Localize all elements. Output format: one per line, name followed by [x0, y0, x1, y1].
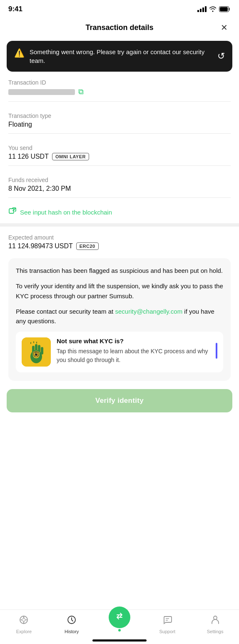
transaction-id-redacted [8, 89, 75, 95]
support-label: Support [159, 629, 176, 634]
exchange-icon [114, 611, 125, 624]
copy-icon[interactable]: ⧉ [78, 87, 84, 96]
transaction-type-label: Transaction type [8, 112, 231, 119]
kyc-illustration [22, 337, 51, 367]
expected-amount-number: 11 124.989473 USDT [8, 242, 73, 250]
transaction-id-field: Transaction ID ⧉ [8, 72, 231, 98]
svg-point-19 [214, 616, 217, 619]
funds-received-field: Funds received 8 Nov 2021, 2:30 PM [8, 169, 231, 194]
transaction-id-label: Transaction ID [8, 79, 231, 86]
settings-label: Settings [207, 629, 224, 634]
expected-amount-value: 11 124.989473 USDT ERC20 [8, 242, 231, 250]
kyc-image [22, 337, 51, 367]
error-message: Something went wrong. Please try again o… [30, 47, 212, 65]
status-time: 9:41 [8, 5, 22, 13]
transaction-type-field: Transaction type Floating [8, 105, 231, 130]
divider-4 [8, 197, 231, 198]
exchange-button[interactable] [109, 607, 130, 628]
signal-icon [197, 6, 207, 12]
verify-identity-button[interactable]: Verify identity [7, 389, 232, 412]
history-label: History [65, 629, 79, 634]
expected-amount-label: Expected amount [8, 234, 231, 241]
warning-icon: ⚠️ [14, 48, 25, 58]
transaction-type-value: Floating [8, 121, 231, 128]
funds-received-label: Funds received [8, 177, 231, 183]
nav-item-exchange[interactable] [96, 615, 144, 632]
status-bar: 9:41 [0, 0, 239, 17]
nav-item-settings[interactable]: Settings [191, 615, 239, 634]
notice-box: This transaction has been flagged as sus… [8, 258, 231, 381]
you-send-label: You send [8, 145, 231, 151]
you-send-amount: 11 126 USDT [8, 153, 49, 160]
divider-3 [8, 165, 231, 166]
you-send-value: 11 126 USDT OMNI LAYER [8, 153, 231, 160]
history-icon [67, 615, 77, 627]
blockchain-link[interactable]: See input hash on the blockchain [8, 201, 231, 223]
page-title: Transaction details [22, 23, 217, 32]
notice-paragraph-3-pre: Please contact our security team at [16, 308, 115, 315]
home-indicator [92, 639, 147, 642]
divider-2 [8, 133, 231, 134]
kyc-title: Not sure what KYC is? [57, 337, 217, 344]
nav-item-support[interactable]: Support [143, 615, 191, 634]
kyc-card[interactable]: Not sure what KYC is? Tap this message t… [16, 332, 223, 372]
explore-label: Explore [16, 629, 32, 634]
omni-layer-badge: OMNI LAYER [52, 153, 89, 160]
transaction-id-value: ⧉ [8, 87, 231, 96]
content-area-2: Expected amount 11 124.989473 USDT ERC20… [0, 227, 239, 381]
nav-item-explore[interactable]: Explore [0, 615, 48, 634]
security-email-link[interactable]: security@changelly.com [115, 308, 182, 315]
erc20-badge: ERC20 [76, 242, 99, 250]
battery-icon [219, 6, 231, 12]
retry-button[interactable]: ↺ [217, 51, 225, 62]
explore-icon [19, 615, 29, 627]
expected-amount-field: Expected amount 11 124.989473 USDT ERC20 [8, 227, 231, 252]
nav-item-history[interactable]: History [48, 615, 96, 634]
kyc-description: Tap this message to learn about the KYC … [57, 347, 217, 364]
notice-paragraph-2: To verify your identity and lift the sus… [16, 281, 223, 301]
svg-rect-1 [220, 7, 228, 11]
you-send-field: You send 11 126 USDT OMNI LAYER [8, 137, 231, 162]
notice-paragraph-1: This transaction has been flagged as sus… [16, 266, 223, 275]
svg-rect-10 [35, 354, 37, 356]
notice-paragraph-3: Please contact our security team at secu… [16, 307, 223, 326]
error-banner: ⚠️ Something went wrong. Please try agai… [7, 41, 232, 72]
external-link-icon [8, 207, 17, 217]
page-header: Transaction details ✕ [0, 17, 239, 41]
section-divider [0, 223, 239, 227]
wifi-icon [209, 6, 217, 12]
funds-received-value: 8 Nov 2021, 2:30 PM [8, 185, 231, 192]
kyc-side-indicator [216, 343, 217, 359]
svg-rect-8 [41, 347, 43, 354]
support-icon [162, 615, 172, 627]
settings-icon [210, 615, 220, 627]
content-area: Transaction ID ⧉ Transaction type Floati… [0, 72, 239, 223]
blockchain-link-text: See input hash on the blockchain [20, 209, 112, 216]
close-button[interactable]: ✕ [217, 21, 231, 34]
bottom-spacer [0, 419, 239, 465]
status-icons [197, 6, 231, 12]
exchange-active-dot [118, 629, 121, 632]
divider-1 [8, 101, 231, 102]
svg-marker-15 [21, 617, 27, 623]
